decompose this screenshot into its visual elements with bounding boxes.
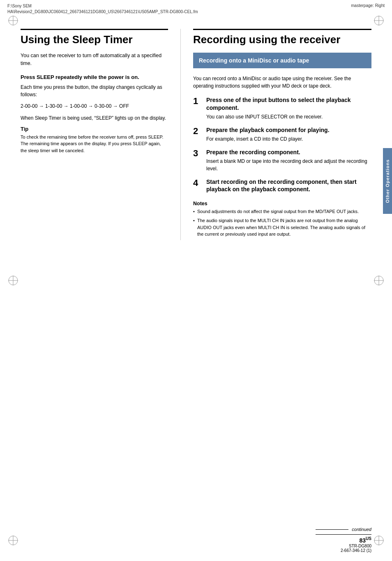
sleep-timer-intro: You can set the receiver to turn off aut… [21, 52, 168, 67]
tip-heading: Tip [21, 126, 168, 132]
notes-section: Notes Sound adjustments do not affect th… [193, 201, 371, 238]
step-2-title: Prepare the playback component for playi… [206, 126, 371, 134]
blue-box: Recording onto a MiniDisc or audio tape [193, 53, 371, 68]
sleep-timer-title: Using the Sleep Timer [21, 29, 168, 46]
side-tab: Other Operations [383, 148, 392, 214]
step-1-number: 1 [193, 96, 202, 106]
header-left: F:\Sony SEM HA\Revision2_DG800\JC060412_… [7, 3, 198, 15]
step-3-title: Prepare the recording component. [206, 148, 371, 156]
continued-line [316, 529, 348, 530]
sleep-body1: Each time you press the button, the disp… [21, 83, 168, 98]
step-4: 4 Start recording on the recording compo… [193, 178, 371, 195]
recording-title: Recording using the receiver [193, 29, 371, 46]
side-tab-text: Other Operations [385, 159, 390, 203]
note-2: The audio signals input to the MULTI CH … [193, 217, 371, 238]
step-1: 1 Press one of the input buttons to sele… [193, 96, 371, 120]
notes-heading: Notes [193, 201, 371, 206]
step-3: 3 Prepare the recording component. Inser… [193, 148, 371, 172]
step-2-body: For example, insert a CD into the CD pla… [206, 135, 371, 143]
page-footer: continued 83US STR-DG800 2-667-346-12 (1… [0, 527, 392, 553]
step-3-number: 3 [193, 148, 202, 158]
recording-intro: You can record onto a MiniDisc or audio … [193, 75, 371, 90]
footer-model: STR-DG800 [316, 544, 371, 548]
step-3-body: Insert a blank MD or tape into the recor… [206, 158, 371, 172]
note-1: Sound adjustments do not affect the sign… [193, 208, 371, 215]
step-4-content: Start recording on the recording compone… [206, 178, 371, 195]
corner-mark-mr [373, 275, 385, 286]
step-1-body: You can also use INPUT SELECTOR on the r… [206, 113, 371, 121]
footer-model-code: 2-667-346-12 (1) [316, 548, 371, 553]
step-2-content: Prepare the playback component for playi… [206, 126, 371, 143]
step-4-title: Start recording on the recording compone… [206, 178, 371, 193]
corner-mark-ml [7, 275, 19, 286]
header-filename1: F:\Sony SEM [7, 4, 32, 8]
page-number: 83US [316, 536, 371, 544]
step-3-content: Prepare the recording component. Insert … [206, 148, 371, 172]
main-content: Using the Sleep Timer You can set the re… [0, 21, 392, 248]
header-right: masterpage: Right [351, 3, 385, 8]
step-2: 2 Prepare the playback component for pla… [193, 126, 371, 143]
footer-continued: continued [316, 527, 371, 532]
right-column: Recording using the receiver Recording o… [181, 29, 371, 240]
step-4-number: 4 [193, 178, 202, 188]
continued-label: continued [352, 527, 371, 532]
corner-mark-tl [7, 15, 19, 26]
sleep-sub-heading: Press SLEEP repeatedly while the power i… [21, 74, 168, 80]
step-1-title: Press one of the input buttons to select… [206, 96, 371, 111]
notes-list: Sound adjustments do not affect the sign… [193, 208, 371, 238]
corner-mark-tr [373, 15, 385, 26]
step-2-number: 2 [193, 126, 202, 136]
step-1-content: Press one of the input buttons to select… [206, 96, 371, 120]
timer-sequence: 2-00-00 → 1-30-00 → 1-00-00 → 0-30-00 → … [21, 102, 168, 110]
left-column: Using the Sleep Timer You can set the re… [21, 29, 181, 240]
sleep-body2: When Sleep Timer is being used, “SLEEP” … [21, 114, 168, 122]
footer-divider [316, 534, 371, 535]
footer-right: continued 83US STR-DG800 2-667-346-12 (1… [316, 527, 371, 553]
tip-text: To check the remaining time before the r… [21, 134, 168, 154]
header-filename2: HA\Revision2_DG800\JC060412_2667346121DG… [7, 9, 198, 14]
page-header: F:\Sony SEM HA\Revision2_DG800\JC060412_… [0, 0, 392, 16]
